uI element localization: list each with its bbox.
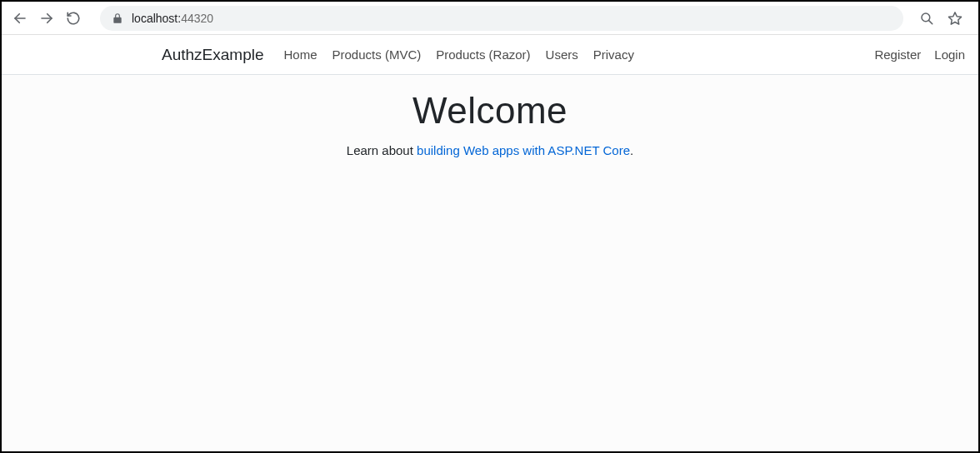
hero-link[interactable]: building Web apps with ASP.NET Core (417, 143, 630, 157)
page-body: Welcome Learn about building Web apps wi… (2, 75, 978, 451)
svg-line-3 (929, 20, 932, 23)
nav-home[interactable]: Home (284, 47, 318, 62)
lock-icon (112, 12, 123, 24)
bookmark-button[interactable] (943, 7, 967, 30)
url-text: localhost:44320 (132, 12, 892, 25)
nav-login[interactable]: Login (934, 47, 965, 62)
hero: Welcome Learn about building Web apps wi… (2, 90, 978, 157)
hero-lead-suffix: . (630, 143, 633, 157)
brand-link[interactable]: AuthzExample (162, 46, 264, 64)
nav-products-mvc[interactable]: Products (MVC) (332, 47, 422, 62)
zoom-button[interactable] (915, 7, 938, 30)
navbar-left: AuthzExample Home Products (MVC) Product… (162, 46, 634, 64)
page-navbar: AuthzExample Home Products (MVC) Product… (2, 35, 978, 75)
nav-users[interactable]: Users (546, 47, 578, 62)
page-title: Welcome (2, 90, 978, 132)
forward-button[interactable] (35, 7, 58, 30)
nav-register[interactable]: Register (874, 47, 921, 62)
navbar-right: Register Login (874, 47, 965, 62)
nav-privacy[interactable]: Privacy (593, 47, 634, 62)
svg-marker-4 (949, 12, 962, 23)
zoom-icon (919, 11, 934, 26)
arrow-left-icon (12, 11, 28, 26)
address-bar[interactable]: localhost:44320 (100, 6, 903, 31)
reload-button[interactable] (62, 7, 85, 30)
toolbar-right (915, 7, 972, 30)
reload-icon (66, 11, 81, 26)
hero-subtitle: Learn about building Web apps with ASP.N… (2, 143, 978, 157)
star-icon (948, 11, 962, 26)
back-button[interactable] (8, 7, 32, 30)
url-port: 44320 (181, 12, 213, 25)
hero-lead-prefix: Learn about (347, 143, 417, 157)
nav-products-razor[interactable]: Products (Razor) (436, 47, 530, 62)
arrow-right-icon (39, 11, 54, 26)
url-host: localhost: (132, 12, 181, 25)
browser-toolbar: localhost:44320 (2, 2, 978, 35)
